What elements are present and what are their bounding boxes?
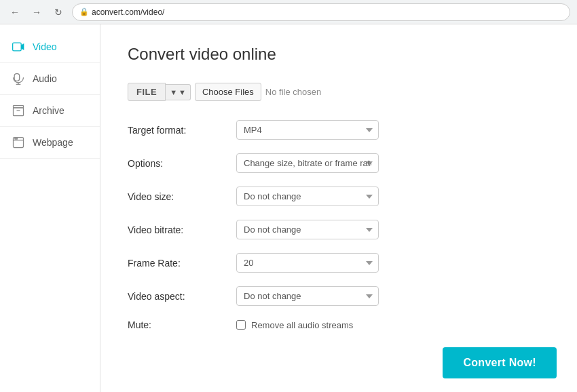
lock-icon: 🔒 xyxy=(79,7,89,16)
svg-rect-6 xyxy=(14,108,24,116)
browser-chrome: ← → ↻ 🔒 aconvert.com/video/ xyxy=(0,0,577,24)
file-dropdown-button[interactable]: ▼ ▼ xyxy=(166,84,191,100)
frame-rate-label: Frame Rate: xyxy=(128,258,236,269)
sidebar-item-archive[interactable]: Archive xyxy=(0,95,100,127)
back-button[interactable]: ← xyxy=(7,4,23,20)
video-bitrate-select[interactable]: Do not change xyxy=(236,220,379,239)
mute-checkbox-label: Remove all audio streams xyxy=(251,320,353,330)
options-select[interactable]: Change size, bitrate or frame rate xyxy=(236,153,379,173)
main-content: Convert video online FILE ▼ ▼ Choose Fil… xyxy=(100,24,577,392)
audio-icon xyxy=(11,71,26,86)
sidebar-label-archive: Archive xyxy=(33,105,64,116)
video-aspect-row: Video aspect: Do not change xyxy=(128,286,550,306)
sidebar-item-webpage[interactable]: Webpage xyxy=(0,127,100,159)
svg-point-10 xyxy=(15,138,16,139)
file-btn-group: FILE ▼ ▼ xyxy=(128,83,191,101)
url-text: aconvert.com/video/ xyxy=(92,7,164,17)
address-bar[interactable]: 🔒 aconvert.com/video/ xyxy=(72,3,570,21)
forward-button[interactable]: → xyxy=(29,4,45,20)
convert-now-button[interactable]: Convert Now! xyxy=(443,347,557,378)
svg-point-11 xyxy=(16,138,17,139)
video-size-label: Video size: xyxy=(128,191,236,202)
choose-files-button[interactable]: Choose Files xyxy=(195,83,261,101)
video-bitrate-label: Video bitrate: xyxy=(128,224,236,235)
sidebar-label-video: Video xyxy=(33,41,57,52)
target-format-select[interactable]: MP4 xyxy=(236,120,379,140)
video-bitrate-row: Video bitrate: Do not change xyxy=(128,220,550,239)
video-icon xyxy=(11,39,26,54)
dropdown-extra-icon: ▼ xyxy=(179,88,186,96)
svg-rect-2 xyxy=(14,74,20,81)
sidebar-item-audio[interactable]: Audio xyxy=(0,63,100,95)
no-file-text: No file chosen xyxy=(265,87,321,97)
video-aspect-label: Video aspect: xyxy=(128,291,236,302)
mute-label: Mute: xyxy=(128,319,236,330)
app-layout: Video Audio Archive xyxy=(0,24,577,392)
convert-btn-container: Convert Now! xyxy=(443,347,557,378)
target-format-row: Target format: MP4 xyxy=(128,120,550,140)
archive-icon xyxy=(11,103,26,118)
sidebar: Video Audio Archive xyxy=(0,24,100,392)
video-size-select[interactable]: Do not change xyxy=(236,187,379,206)
mute-checkbox[interactable] xyxy=(236,320,246,330)
file-button[interactable]: FILE xyxy=(128,83,166,101)
dropdown-arrow-icon: ▼ xyxy=(170,88,177,96)
sidebar-label-audio: Audio xyxy=(33,73,57,84)
video-size-row: Video size: Do not change xyxy=(128,187,550,206)
options-row: Options: Change size, bitrate or frame r… xyxy=(128,153,550,173)
video-aspect-select[interactable]: Do not change xyxy=(236,286,379,306)
options-label: Options: xyxy=(128,158,236,169)
refresh-button[interactable]: ↻ xyxy=(50,4,67,20)
target-format-label: Target format: xyxy=(128,125,236,136)
sidebar-label-webpage: Webpage xyxy=(33,137,73,148)
page-title: Convert video online xyxy=(128,45,550,64)
sidebar-item-video[interactable]: Video xyxy=(0,31,100,63)
mute-row: Mute: Remove all audio streams xyxy=(128,319,550,330)
file-input-row: FILE ▼ ▼ Choose Files No file chosen xyxy=(128,83,550,101)
svg-rect-0 xyxy=(13,43,22,51)
frame-rate-row: Frame Rate: 20 xyxy=(128,253,550,273)
svg-marker-1 xyxy=(21,43,24,50)
frame-rate-select[interactable]: 20 xyxy=(236,253,379,273)
webpage-icon xyxy=(11,135,26,150)
